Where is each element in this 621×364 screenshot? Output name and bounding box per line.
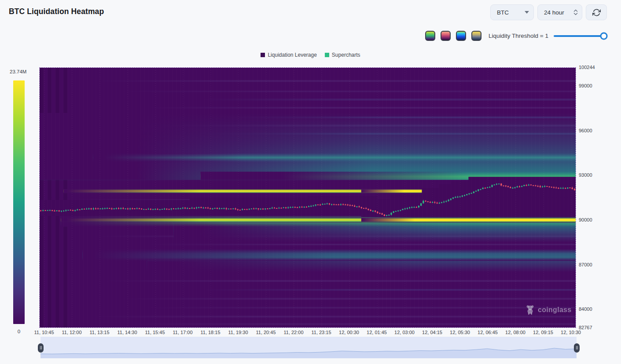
price-axis-label: 90000 — [579, 217, 592, 222]
time-axis-label: 12, 05:30 — [450, 330, 470, 335]
time-axis-label: 11, 23:15 — [311, 330, 331, 335]
time-axis-label: 12, 00:30 — [339, 330, 359, 335]
time-axis-label: 11, 10:45 — [34, 330, 54, 335]
price-axis-label: 87000 — [579, 262, 592, 267]
palette-ocean-button[interactable] — [456, 31, 466, 41]
time-axis-label: 12, 08:00 — [505, 330, 525, 335]
palette-magma-button[interactable] — [441, 31, 451, 41]
time-axis-label: 11, 19:30 — [228, 330, 248, 335]
time-axis-label: 11, 13:15 — [89, 330, 109, 335]
legend-item-1[interactable]: Supercharts — [325, 52, 360, 58]
time-axis-label: 11, 22:00 — [283, 330, 303, 335]
price-axis-label: 100244 — [579, 65, 595, 70]
heatmap-toolbar: Liquidity Threshold = 1 — [425, 31, 607, 41]
price-axis-label: 84000 — [579, 306, 592, 312]
time-axis-label: 12, 01:45 — [367, 330, 387, 335]
legend-swatch — [261, 53, 265, 57]
refresh-button[interactable] — [586, 4, 607, 20]
time-axis-label: 12, 03:00 — [394, 330, 415, 335]
time-axis-label: 11, 17:00 — [173, 330, 192, 335]
legend-item-0[interactable]: Liquidation Leverage — [261, 52, 316, 58]
palette-buttons — [425, 31, 481, 41]
interval-select-value: 24 hour — [544, 9, 564, 16]
time-axis-label: 11, 20:45 — [256, 330, 276, 335]
liquidation-heatmap-page: BTC Liquidation Heatmap BTC 24 hour Liqu… — [0, 0, 621, 364]
threshold-slider[interactable] — [554, 33, 607, 40]
threshold-label: Liquidity Threshold = 1 — [489, 33, 548, 39]
navigator-left-handle[interactable] — [38, 343, 44, 353]
palette-viridis-button[interactable] — [425, 31, 435, 41]
chevron-down-icon — [525, 11, 529, 14]
interval-select[interactable]: 24 hour — [537, 4, 582, 20]
time-axis-label: 12, 10:30 — [561, 330, 581, 335]
symbol-select-value: BTC — [497, 9, 509, 16]
slider-track[interactable] — [554, 35, 607, 37]
top-controls: BTC 24 hour — [490, 4, 607, 20]
navigator-right-handle[interactable] — [574, 343, 580, 353]
price-axis-label: 96000 — [579, 128, 592, 133]
time-axis-label: 12, 09:15 — [533, 330, 553, 335]
symbol-select[interactable]: BTC — [490, 4, 534, 20]
heatmap-plot[interactable] — [39, 67, 576, 328]
colorbar — [13, 80, 25, 324]
page-title: BTC Liquidation Heatmap — [9, 7, 104, 16]
navigator-area-chart — [40, 337, 577, 358]
range-navigator[interactable] — [40, 337, 577, 358]
slider-handle[interactable] — [600, 32, 608, 40]
time-axis-label: 11, 15:45 — [145, 330, 165, 335]
time-axis-label: 12, 04:15 — [422, 330, 442, 335]
colorbar-max-label: 23.74M — [10, 69, 26, 74]
price-axis-label: 99000 — [579, 83, 592, 88]
price-axis-label: 93000 — [579, 172, 592, 178]
spinner-icon — [573, 9, 578, 16]
colorbar-min-label: 0 — [13, 329, 25, 334]
legend-label: Supercharts — [332, 52, 360, 58]
time-axis-label: 11, 18:15 — [200, 330, 220, 335]
heatmap-canvas[interactable] — [40, 68, 576, 328]
palette-cividis-button[interactable] — [471, 31, 481, 41]
chart-legend: Liquidation LeverageSupercharts — [0, 52, 621, 58]
refresh-icon — [592, 8, 601, 17]
legend-swatch — [325, 53, 329, 57]
legend-label: Liquidation Leverage — [268, 52, 316, 58]
time-axis-label: 11, 12:00 — [62, 330, 81, 335]
time-axis-label: 11, 14:30 — [117, 330, 137, 335]
time-axis-label: 12, 06:45 — [478, 330, 498, 335]
